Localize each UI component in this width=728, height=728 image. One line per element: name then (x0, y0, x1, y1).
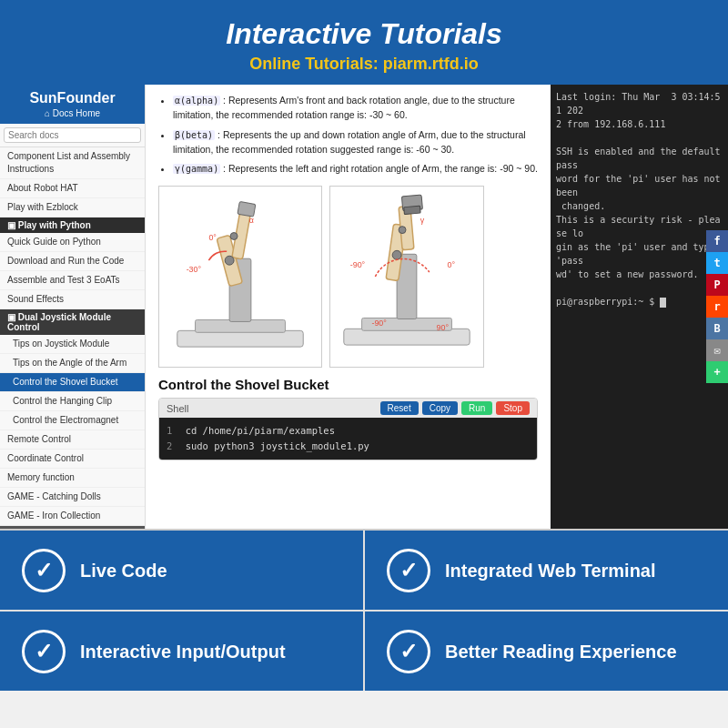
shell-body: 1 cd /home/pi/piarm/examples 2 sudo pyth… (159, 418, 537, 460)
svg-text:-90°: -90° (371, 318, 387, 328)
input-output-label: Interactive Input/Output (80, 641, 286, 662)
bullet-beta: β(beta) : Represents the up and down rot… (173, 128, 538, 157)
bullet-gamma: γ(gamma) : Represents the left and right… (173, 162, 538, 177)
svg-text:-90°: -90° (350, 260, 366, 269)
live-code-check: ✓ (22, 549, 66, 592)
svg-point-7 (230, 233, 238, 240)
svg-rect-17 (404, 206, 420, 214)
docs-home[interactable]: ⌂ Docs Home (0, 108, 145, 124)
svg-text:α: α (249, 216, 254, 225)
sidebar-item-robot-hat[interactable]: About Robot HAT (0, 179, 145, 198)
sidebar-item-ezblock[interactable]: Play with Ezblock (0, 198, 145, 217)
shell-buttons: Reset Copy Run Stop (380, 401, 530, 415)
sidebar-section-python: ▣ Play with Python (0, 217, 145, 233)
svg-text:0°: 0° (208, 234, 217, 243)
sidebar: SunFounder ⌂ Docs Home Component List an… (0, 85, 146, 529)
svg-point-19 (399, 227, 406, 234)
twitter-button[interactable]: t (706, 252, 728, 274)
bullet-alpha: α(alpha) : Represents Arm's front and ba… (173, 94, 538, 123)
robot-diagram-left: -30° 0° α (158, 186, 322, 368)
pinterest-button[interactable]: P (706, 274, 728, 296)
code-line-1: 1 cd /home/pi/piarm/examples (167, 423, 530, 439)
svg-text:γ: γ (420, 216, 425, 225)
svg-rect-11 (344, 329, 470, 345)
reading-check: ✓ (387, 630, 430, 673)
sidebar-item-iron[interactable]: GAME - Iron Collection (0, 507, 145, 526)
svg-text:-30°: -30° (187, 265, 202, 274)
shell-label: Shell (167, 403, 188, 414)
web-terminal-label: Integrated Web Terminal (445, 560, 656, 581)
sidebar-item-electromagnet[interactable]: Control the Electromagnet (0, 411, 145, 430)
facebook-button[interactable]: f (706, 230, 728, 252)
sidebar-item-remote[interactable]: Remote Control (0, 430, 145, 450)
email-button[interactable]: ✉ (706, 339, 728, 361)
svg-text:0°: 0° (447, 260, 455, 269)
run-button[interactable]: Run (461, 401, 492, 415)
search-input[interactable] (4, 127, 141, 143)
sidebar-section-joystick: ▣ Dual Joystick Module Control (0, 309, 145, 335)
sidebar-item-sound[interactable]: Sound Effects (0, 290, 145, 309)
bullet-alpha-text: : Represents Arm's front and back rotati… (173, 95, 515, 120)
web-terminal-check: ✓ (387, 549, 430, 592)
shell-box: Shell Reset Copy Run Stop 1 cd /home/pi/… (158, 398, 538, 460)
robot-diagrams: -30° 0° α (158, 186, 538, 368)
doc-heading: Control the Shovel Bucket (158, 377, 538, 392)
feature-reading: ✓ Better Reading Experience (365, 612, 728, 691)
code-text-2: sudo python3 joystick_module1.py (186, 440, 369, 451)
page-title: Interactive Tutorials (9, 16, 719, 51)
copy-button[interactable]: Copy (422, 401, 458, 415)
sidebar-item-assemble[interactable]: Assemble and Test 3 EoATs (0, 271, 145, 290)
svg-rect-0 (177, 330, 303, 347)
sidebar-item-component-list[interactable]: Component List and Assembly Instructions (0, 147, 145, 179)
features-grid: ✓ Live Code ✓ Integrated Web Terminal ✓ … (0, 531, 728, 691)
code-line-2: 2 sudo python3 joystick_module1.py (167, 439, 530, 454)
vk-button[interactable]: B (706, 318, 728, 339)
live-code-label: Live Code (80, 560, 167, 581)
subtitle: Online Tutorials: piarm.rtfd.io (9, 55, 719, 74)
stop-button[interactable]: Stop (496, 401, 530, 415)
sidebar-item-coordinate[interactable]: Coordinate Control (0, 450, 145, 469)
sidebar-item-download[interactable]: Download and Run the Code (0, 252, 145, 271)
feature-input-output: ✓ Interactive Input/Output (0, 612, 363, 691)
svg-point-18 (392, 250, 401, 259)
sidebar-section-appendix: Appendix (0, 526, 145, 529)
svg-point-6 (225, 256, 234, 265)
terminal-cursor (660, 298, 666, 308)
sidebar-item-quick-guide[interactable]: Quick Guide on Python (0, 233, 145, 252)
reading-label: Better Reading Experience (445, 641, 677, 662)
terminal-output: Last login: Thu Mar 3 03:14:51 202 2 fro… (556, 90, 723, 308)
terminal-area: Last login: Thu Mar 3 03:14:51 202 2 fro… (551, 85, 728, 529)
social-bar: f t P r B ✉ + (706, 230, 728, 383)
sidebar-item-tips-joystick[interactable]: Tips on Joystick Module (0, 335, 145, 354)
header: Interactive Tutorials Online Tutorials: … (0, 0, 728, 85)
shell-header: Shell Reset Copy Run Stop (159, 399, 537, 418)
brand: SunFounder (0, 85, 145, 108)
bullet-gamma-text: : Represents the left and right rotation… (220, 163, 538, 174)
reset-button[interactable]: Reset (380, 401, 419, 415)
svg-text:90°: 90° (437, 323, 450, 332)
sidebar-item-tips-angle[interactable]: Tips on the Angle of the Arm (0, 354, 145, 373)
sidebar-item-catching[interactable]: GAME - Catching Dolls (0, 488, 145, 507)
robot-diagram-right: -90° 0° 90° -90° γ (329, 186, 484, 368)
code-text-1: cd /home/pi/piarm/examples (186, 425, 335, 436)
feature-web-terminal: ✓ Integrated Web Terminal (365, 531, 728, 610)
sidebar-item-hanging[interactable]: Control the Hanging Clip (0, 392, 145, 411)
input-output-check: ✓ (22, 630, 66, 673)
bullet-beta-text: : Represents the up and down rotation an… (173, 129, 526, 155)
content-area: SunFounder ⌂ Docs Home Component List an… (0, 85, 728, 531)
share-more-button[interactable]: + (706, 361, 728, 383)
feature-live-code: ✓ Live Code (0, 531, 363, 610)
search-container (0, 124, 145, 147)
svg-rect-5 (238, 202, 256, 217)
sidebar-item-memory[interactable]: Memory function (0, 469, 145, 488)
reddit-button[interactable]: r (706, 296, 728, 318)
doc-area: α(alpha) : Represents Arm's front and ba… (146, 85, 551, 529)
sidebar-item-shovel[interactable]: Control the Shovel Bucket (0, 373, 145, 392)
